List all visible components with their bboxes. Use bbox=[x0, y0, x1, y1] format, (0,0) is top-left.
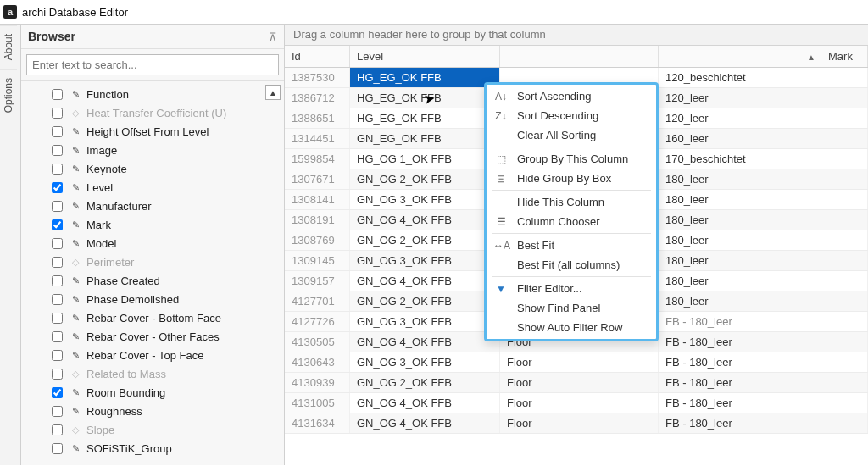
menu-item[interactable]: Show Find Panel bbox=[487, 298, 656, 318]
property-checkbox[interactable] bbox=[52, 424, 63, 435]
property-checkbox[interactable] bbox=[52, 126, 63, 137]
cell-level[interactable]: GN_EG_OK FFB bbox=[350, 129, 500, 148]
cell-level[interactable]: GN_OG 4_OK FFB bbox=[350, 413, 500, 433]
cell-mark[interactable] bbox=[821, 393, 868, 413]
cell-family[interactable]: 180_leer bbox=[659, 210, 821, 230]
cell-family[interactable]: 180_leer bbox=[659, 271, 821, 291]
cell-family[interactable]: 120_leer bbox=[659, 108, 821, 128]
column-header-id[interactable]: Id bbox=[285, 46, 350, 67]
property-item[interactable]: Rebar Cover - Top Face bbox=[47, 346, 284, 364]
cell-category[interactable]: Floor bbox=[500, 393, 659, 413]
cell-id[interactable]: 4131005 bbox=[285, 393, 350, 413]
cell-family[interactable]: FB - 180_leer bbox=[659, 312, 821, 331]
property-checkbox[interactable] bbox=[52, 331, 63, 342]
property-item[interactable]: Model bbox=[47, 234, 284, 252]
cell-level[interactable]: HG_OG 1_OK FFB bbox=[350, 149, 500, 169]
cell-mark[interactable] bbox=[821, 108, 868, 128]
column-header-level[interactable]: Level bbox=[350, 46, 500, 67]
cell-id[interactable]: 4131634 bbox=[285, 413, 350, 433]
cell-family[interactable]: 180_leer bbox=[659, 190, 821, 209]
scroll-up-button[interactable]: ▲ bbox=[265, 85, 281, 100]
cell-level[interactable]: HG_EG_OK FFB bbox=[350, 108, 500, 128]
property-checkbox[interactable] bbox=[52, 406, 63, 417]
cell-level[interactable]: GN_OG 2_OK FFB bbox=[350, 291, 500, 311]
property-checkbox[interactable] bbox=[52, 275, 63, 286]
cell-id[interactable]: 1386712 bbox=[285, 88, 350, 108]
property-item[interactable]: Height Offset From Level bbox=[47, 122, 284, 141]
property-item[interactable]: Phase Demolished bbox=[47, 290, 284, 308]
cell-id[interactable]: 4130505 bbox=[285, 332, 350, 352]
cell-level[interactable]: HG_EG_OK FFB bbox=[350, 68, 500, 87]
cell-level[interactable]: GN_OG 2_OK FFB bbox=[350, 373, 500, 392]
cell-level[interactable]: GN_OG 3_OK FFB bbox=[350, 352, 500, 372]
cell-id[interactable]: 1314451 bbox=[285, 129, 350, 148]
property-item[interactable]: Keynote bbox=[47, 159, 284, 178]
property-item[interactable]: Related to Mass bbox=[47, 364, 284, 383]
menu-item[interactable]: ↔ABest Fit bbox=[487, 236, 656, 255]
cell-family[interactable]: FB - 180_leer bbox=[659, 352, 821, 372]
cell-id[interactable]: 1387530 bbox=[285, 68, 350, 87]
property-checkbox[interactable] bbox=[52, 164, 63, 175]
property-item[interactable]: Manufacturer bbox=[47, 197, 284, 215]
menu-item[interactable]: A↓Sort Ascending bbox=[487, 86, 656, 106]
cell-mark[interactable] bbox=[821, 373, 868, 392]
table-row[interactable]: 4131005GN_OG 4_OK FFBFloorFB - 180_leer bbox=[285, 393, 868, 413]
property-checkbox[interactable] bbox=[52, 108, 63, 119]
cell-mark[interactable] bbox=[821, 352, 868, 372]
cell-category[interactable]: Floor bbox=[500, 373, 659, 392]
cell-mark[interactable] bbox=[821, 149, 868, 169]
menu-item[interactable]: Hide This Column bbox=[487, 192, 656, 212]
pin-icon[interactable]: ⊼ bbox=[269, 31, 277, 43]
cell-id[interactable]: 1308191 bbox=[285, 210, 350, 230]
property-item[interactable]: Rebar Cover - Other Faces bbox=[47, 327, 284, 346]
property-checkbox[interactable] bbox=[52, 182, 63, 193]
property-item[interactable]: Phase Created bbox=[47, 271, 284, 290]
cell-id[interactable]: 4127726 bbox=[285, 312, 350, 331]
column-header-category[interactable] bbox=[500, 46, 659, 67]
cell-family[interactable]: 180_leer bbox=[659, 169, 821, 189]
property-item[interactable]: Function bbox=[47, 85, 284, 103]
cell-level[interactable]: GN_OG 2_OK FFB bbox=[350, 169, 500, 189]
column-header-mark[interactable]: Mark bbox=[821, 46, 868, 67]
cell-level[interactable]: GN_OG 4_OK FFB bbox=[350, 332, 500, 352]
cell-mark[interactable] bbox=[821, 169, 868, 189]
cell-id[interactable]: 1309145 bbox=[285, 251, 350, 270]
property-item[interactable]: Level bbox=[47, 178, 284, 197]
cell-mark[interactable] bbox=[821, 230, 868, 250]
cell-id[interactable]: 4130643 bbox=[285, 352, 350, 372]
cell-level[interactable]: GN_OG 4_OK FFB bbox=[350, 210, 500, 230]
table-row[interactable]: 4131634GN_OG 4_OK FFBFloorFB - 180_leer bbox=[285, 413, 868, 434]
cell-mark[interactable] bbox=[821, 129, 868, 148]
cell-id[interactable]: 1308141 bbox=[285, 190, 350, 209]
table-row[interactable]: 4130643GN_OG 3_OK FFBFloorFB - 180_leer bbox=[285, 352, 868, 373]
menu-item[interactable]: ⊟Hide Group By Box bbox=[487, 169, 656, 188]
menu-item[interactable]: Best Fit (all columns) bbox=[487, 255, 656, 275]
cell-id[interactable]: 4127701 bbox=[285, 291, 350, 311]
cell-level[interactable]: GN_OG 4_OK FFB bbox=[350, 393, 500, 413]
tab-options[interactable]: Options bbox=[0, 69, 17, 121]
menu-item[interactable]: ⬚Group By This Column bbox=[487, 149, 656, 169]
cell-level[interactable]: GN_OG 2_OK FFB bbox=[350, 230, 500, 250]
cell-id[interactable]: 1309157 bbox=[285, 271, 350, 291]
cell-mark[interactable] bbox=[821, 312, 868, 331]
cell-family[interactable]: FB - 180_leer bbox=[659, 332, 821, 352]
group-by-strip[interactable]: Drag a column header here to group by th… bbox=[285, 25, 868, 46]
property-checkbox[interactable] bbox=[52, 219, 63, 230]
menu-item[interactable]: Clear All Sorting bbox=[487, 125, 656, 145]
table-row[interactable]: 4130939GN_OG 2_OK FFBFloorFB - 180_leer bbox=[285, 373, 868, 393]
property-checkbox[interactable] bbox=[52, 443, 63, 454]
cell-mark[interactable] bbox=[821, 271, 868, 291]
cell-id[interactable]: 1599854 bbox=[285, 149, 350, 169]
cell-id[interactable]: 1307671 bbox=[285, 169, 350, 189]
property-checkbox[interactable] bbox=[52, 387, 63, 398]
cell-mark[interactable] bbox=[821, 251, 868, 270]
cell-mark[interactable] bbox=[821, 332, 868, 352]
property-item[interactable]: Mark bbox=[47, 215, 284, 234]
cell-family[interactable]: 170_beschichtet bbox=[659, 149, 821, 169]
cell-id[interactable]: 1388651 bbox=[285, 108, 350, 128]
column-header-family[interactable]: ▲ bbox=[659, 46, 821, 67]
cell-family[interactable]: 180_leer bbox=[659, 230, 821, 250]
menu-item[interactable]: Show Auto Filter Row bbox=[487, 318, 656, 337]
cell-level[interactable]: GN_OG 3_OK FFB bbox=[350, 251, 500, 270]
property-item[interactable]: Perimeter bbox=[47, 252, 284, 271]
